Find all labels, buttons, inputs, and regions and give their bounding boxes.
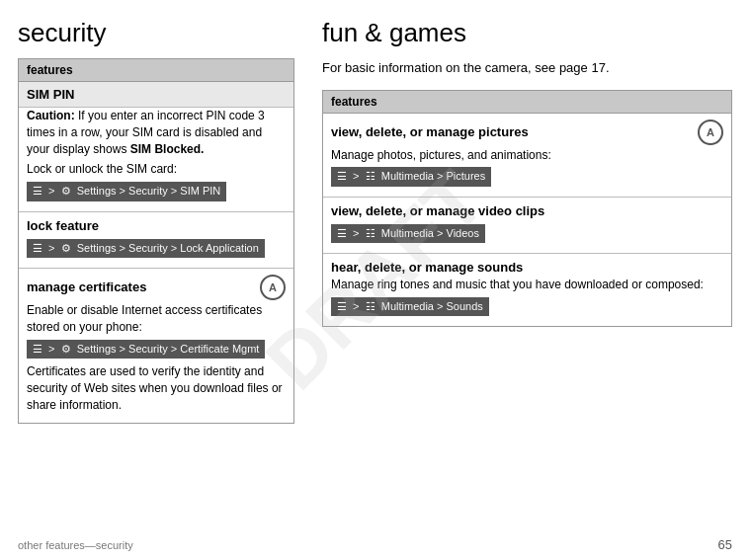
view-pictures-name: view, delete, or manage pictures [323, 114, 731, 147]
left-column: security features SIM PIN Caution: If yo… [18, 18, 294, 524]
right-column: fun & games For basic information on the… [322, 18, 732, 524]
sim-pin-content: Caution: If you enter an incorrect PIN c… [19, 108, 293, 211]
view-pictures-body: Manage photos, pictures, and animations: [331, 147, 723, 164]
lock-feature-row: lock feature ☰ > ⚙ Settings > Security >… [19, 212, 293, 269]
right-features-table: features view, delete, or manage picture… [322, 90, 732, 328]
right-title: fun & games [322, 18, 732, 48]
nav-settings-icon-3: ⚙ [61, 343, 71, 355]
left-table-header: features [19, 59, 293, 82]
hear-sounds-content: Manage ring tones and music that you hav… [323, 277, 731, 326]
nav-menu-icon: ☰ [33, 185, 42, 197]
view-pictures-nav: ☰ > ☷ Multimedia > Pictures [331, 167, 491, 186]
view-videos-row: view, delete, or manage video clips ☰ > … [323, 198, 731, 254]
view-pictures-label: view, delete, or manage pictures [331, 124, 529, 139]
hear-sounds-label: hear, delete, or manage sounds [331, 260, 523, 275]
manage-certs-footer: Certificates are used to verify the iden… [27, 363, 286, 413]
sim-blocked-label: SIM Blocked. [130, 142, 205, 156]
manage-certs-label: manage certificates [27, 280, 146, 294]
left-title: security [18, 18, 294, 48]
view-pictures-content: Manage photos, pictures, and animations:… [323, 147, 731, 197]
hear-sounds-body: Manage ring tones and music that you hav… [331, 277, 723, 293]
nav-menu-icon-6: ☰ [337, 300, 347, 312]
manage-certs-name: manage certificates [19, 269, 293, 302]
left-features-table: features SIM PIN Caution: If you enter a… [18, 58, 294, 424]
lock-unlock-text: Lock or unlock the SIM card: [27, 161, 286, 178]
intro-text: For basic information on the camera, see… [322, 58, 732, 78]
nav-multimedia-icon-3: ☷ [366, 300, 375, 312]
hear-sounds-nav: ☰ > ☷ Multimedia > Sounds [331, 297, 489, 316]
view-pictures-icon [698, 120, 723, 145]
caution-text: Caution: If you enter an incorrect PIN c… [27, 108, 286, 157]
page-footer: other features—security 65 [0, 537, 750, 552]
nav-menu-icon-2: ☰ [33, 242, 42, 254]
sim-pin-nav: ☰ > ⚙ Settings > Security > SIM PIN [27, 182, 226, 200]
manage-certs-row: manage certificates Enable or disable In… [19, 269, 293, 423]
caution-label: Caution: [27, 109, 75, 122]
nav-multimedia-icon-1: ☷ [366, 170, 375, 182]
nav-settings-icon: ⚙ [61, 185, 71, 197]
manage-certs-nav: ☰ > ⚙ Settings > Security > Certificate … [27, 340, 265, 359]
lock-feature-nav: ☰ > ⚙ Settings > Security > Lock Applica… [27, 239, 265, 258]
lock-feature-name: lock feature [19, 212, 293, 235]
sim-pin-row: SIM PIN Caution: If you enter an incorre… [19, 82, 293, 212]
nav-menu-icon-5: ☰ [337, 227, 347, 239]
sim-pin-label: SIM PIN [19, 82, 293, 108]
nav-menu-icon-3: ☰ [33, 343, 42, 355]
view-videos-content: ☰ > ☷ Multimedia > Videos [323, 224, 731, 253]
nav-menu-icon-4: ☰ [337, 170, 347, 182]
manage-certs-icon [260, 275, 286, 300]
nav-settings-icon-2: ⚙ [61, 242, 71, 254]
hear-sounds-row: hear, delete, or manage sounds Manage ri… [323, 254, 731, 326]
right-table-header: features [323, 91, 731, 114]
view-videos-nav: ☰ > ☷ Multimedia > Videos [331, 224, 485, 243]
footer-left-text: other features—security [18, 539, 133, 551]
manage-certs-content: Enable or disable Internet access certif… [19, 302, 293, 423]
lock-feature-label: lock feature [27, 218, 99, 233]
manage-certs-body: Enable or disable Internet access certif… [27, 302, 286, 336]
page: security features SIM PIN Caution: If yo… [0, 0, 750, 560]
view-pictures-row: view, delete, or manage pictures Manage … [323, 114, 731, 198]
view-videos-name: view, delete, or manage video clips [323, 198, 731, 220]
footer-page-number: 65 [718, 537, 732, 552]
hear-sounds-name: hear, delete, or manage sounds [323, 254, 731, 277]
view-videos-label: view, delete, or manage video clips [331, 203, 544, 218]
lock-feature-content: ☰ > ⚙ Settings > Security > Lock Applica… [19, 239, 293, 268]
nav-multimedia-icon-2: ☷ [366, 227, 375, 239]
